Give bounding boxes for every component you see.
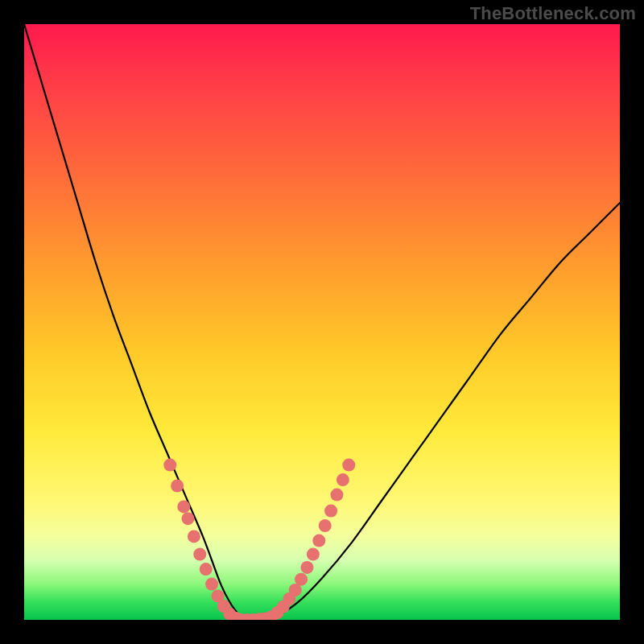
highlight-dot: [307, 548, 320, 561]
highlight-dot: [331, 489, 344, 502]
highlight-dot: [312, 535, 325, 547]
highlight-dot: [324, 505, 337, 518]
chart-svg: [24, 24, 620, 620]
watermark-text: TheBottleneck.com: [470, 3, 636, 24]
highlight-dot: [163, 459, 176, 472]
highlight-dot: [177, 500, 190, 513]
plot-area: [24, 24, 620, 620]
highlight-dot: [200, 563, 213, 576]
highlight-dot: [193, 548, 206, 561]
chart-frame: TheBottleneck.com: [0, 0, 644, 644]
highlight-dot: [205, 578, 218, 591]
highlight-dot: [188, 530, 200, 543]
highlight-dot: [171, 480, 184, 493]
highlight-dot: [319, 519, 332, 532]
highlight-dot: [336, 473, 349, 486]
highlight-dot: [295, 573, 308, 586]
highlight-dot: [342, 459, 355, 472]
highlight-dot: [301, 561, 314, 574]
highlight-dot: [182, 512, 195, 525]
highlight-dots: [163, 459, 355, 620]
